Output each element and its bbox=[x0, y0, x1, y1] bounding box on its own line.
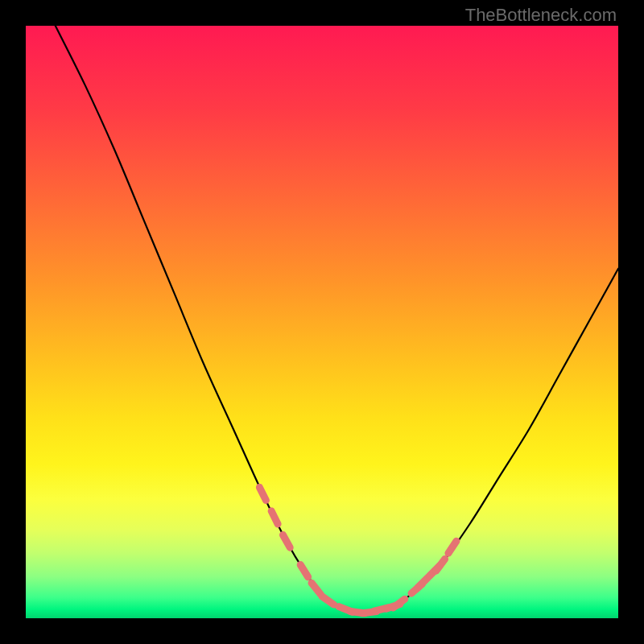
marker-group bbox=[259, 487, 456, 613]
marker-point bbox=[283, 535, 290, 547]
marker-point bbox=[436, 559, 445, 571]
marker-point bbox=[300, 564, 308, 576]
watermark-text: TheBottleneck.com bbox=[465, 5, 617, 26]
marker-point bbox=[259, 487, 266, 500]
marker-point bbox=[312, 583, 320, 594]
bottleneck-curve bbox=[56, 26, 618, 613]
plot-area bbox=[26, 26, 618, 618]
marker-point bbox=[418, 577, 428, 588]
curve-svg bbox=[26, 26, 618, 618]
chart-canvas: TheBottleneck.com bbox=[0, 0, 644, 644]
marker-point bbox=[322, 597, 334, 605]
marker-point bbox=[271, 511, 278, 524]
marker-point bbox=[448, 541, 456, 553]
marker-point bbox=[393, 599, 404, 608]
